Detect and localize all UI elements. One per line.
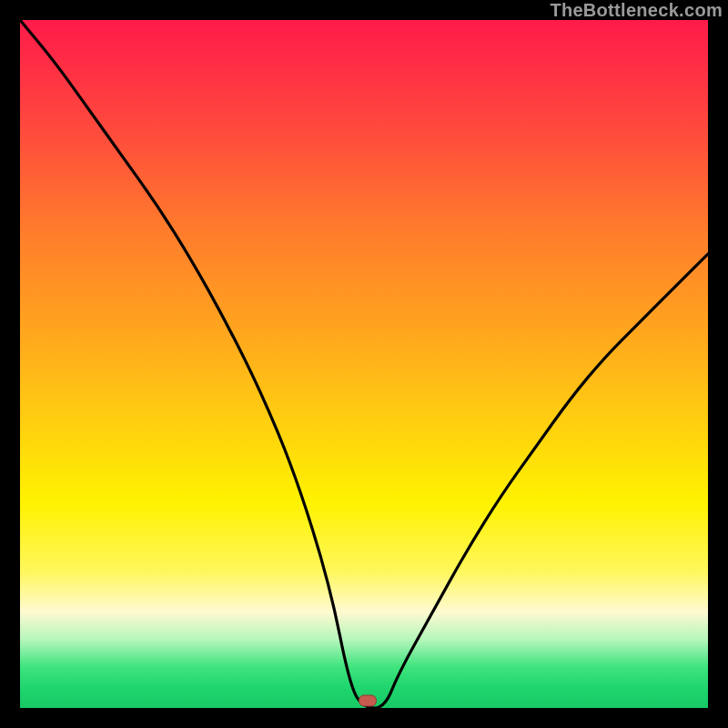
chart-stage: TheBottleneck.com xyxy=(0,0,728,728)
bottleneck-curve xyxy=(20,20,708,708)
bottleneck-marker xyxy=(359,695,377,707)
plot-area xyxy=(18,18,710,710)
